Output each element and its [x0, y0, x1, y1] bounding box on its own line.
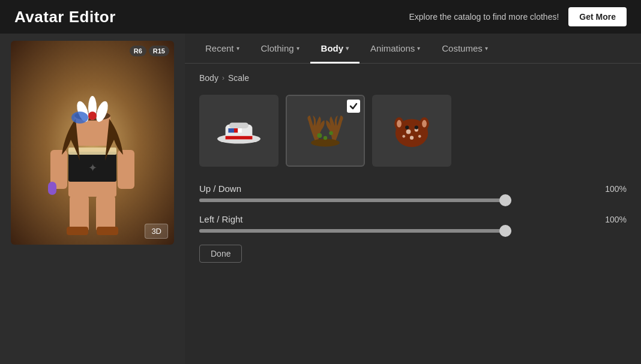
items-grid — [199, 95, 627, 167]
badge-r15: R15 — [149, 46, 169, 56]
svg-rect-5 — [118, 150, 134, 189]
tab-body[interactable]: Body ▾ — [310, 34, 360, 63]
slider-left-right: Left / Right 100% — [199, 214, 627, 233]
svg-rect-11 — [48, 182, 56, 195]
svg-text:✦: ✦ — [88, 162, 97, 174]
svg-rect-22 — [228, 128, 234, 133]
avatar-preview: R6 R15 ✦ — [11, 41, 174, 245]
avatar-badges: R6 R15 — [130, 46, 169, 56]
item-card-antlers[interactable] — [286, 95, 365, 167]
hat-antlers-icon — [301, 110, 349, 152]
tab-costumes[interactable]: Costumes ▾ — [431, 34, 499, 63]
get-more-button[interactable]: Get More — [568, 7, 627, 26]
svg-point-33 — [422, 120, 427, 127]
content-panel: Recent ▾ Clothing ▾ Body ▾ Animations ▾ … — [185, 34, 641, 364]
header-right: Explore the catalog to find more clothes… — [409, 7, 627, 26]
breadcrumb-child: Scale — [228, 73, 249, 83]
item-card-fedora[interactable] — [199, 95, 278, 167]
slider-up-down-track[interactable] — [199, 198, 511, 202]
svg-point-39 — [405, 125, 409, 129]
slider-left-right-label: Left / Right — [199, 214, 243, 224]
tab-bar: Recent ▾ Clothing ▾ Body ▾ Animations ▾ … — [185, 34, 641, 64]
done-button[interactable]: Done — [199, 245, 242, 263]
svg-rect-23 — [234, 128, 238, 133]
chevron-down-icon: ▾ — [417, 45, 420, 52]
header: Avatar Editor Explore the catalog to fin… — [0, 0, 641, 34]
svg-point-25 — [311, 139, 340, 147]
svg-rect-6 — [70, 195, 89, 231]
breadcrumb-separator: › — [222, 74, 224, 82]
svg-point-34 — [406, 130, 411, 134]
slider-up-down: Up / Down 100% — [199, 183, 627, 202]
item-card-deer[interactable] — [372, 95, 451, 167]
badge-r6: R6 — [130, 46, 146, 56]
svg-point-37 — [402, 135, 405, 138]
svg-rect-21 — [226, 136, 253, 140]
svg-point-27 — [329, 131, 333, 135]
slider-up-down-thumb[interactable] — [499, 194, 511, 206]
slider-left-right-label-row: Left / Right 100% — [199, 214, 627, 224]
svg-rect-20 — [229, 122, 248, 128]
chevron-down-icon: ▾ — [346, 45, 349, 52]
tab-clothing[interactable]: Clothing ▾ — [250, 34, 310, 63]
svg-point-26 — [317, 133, 322, 138]
svg-point-32 — [397, 120, 402, 127]
slider-left-right-value: 100% — [605, 215, 627, 224]
avatar-panel: R6 R15 ✦ — [0, 34, 185, 364]
slider-left-right-track[interactable] — [199, 229, 511, 233]
svg-rect-7 — [96, 195, 115, 231]
svg-point-38 — [418, 135, 421, 138]
slider-up-down-fill — [199, 198, 511, 202]
svg-rect-9 — [97, 227, 118, 235]
hat-fedora-icon — [215, 113, 263, 149]
breadcrumb-root: Body — [199, 73, 218, 83]
tab-recent[interactable]: Recent ▾ — [194, 34, 250, 63]
svg-rect-24 — [238, 128, 241, 133]
slider-up-down-label-row: Up / Down 100% — [199, 183, 627, 194]
hat-deer-icon — [391, 110, 433, 152]
chevron-down-icon: ▾ — [485, 45, 488, 52]
svg-point-28 — [324, 136, 327, 140]
tab-animations[interactable]: Animations ▾ — [360, 34, 431, 63]
item-check-antlers — [347, 100, 360, 113]
avatar-figure: ✦ — [11, 41, 174, 245]
breadcrumb: Body › Scale — [199, 73, 627, 83]
svg-point-40 — [415, 125, 418, 129]
chevron-down-icon: ▾ — [296, 45, 299, 52]
slider-left-right-fill — [199, 229, 511, 233]
3d-button[interactable]: 3D — [145, 224, 168, 239]
slider-up-down-value: 100% — [605, 184, 627, 194]
svg-point-17 — [88, 112, 97, 120]
svg-point-16 — [71, 112, 88, 124]
app-title: Avatar Editor — [14, 8, 116, 26]
svg-rect-8 — [67, 227, 88, 235]
slider-up-down-label: Up / Down — [199, 183, 241, 194]
svg-point-36 — [410, 136, 414, 140]
chevron-down-icon: ▾ — [236, 45, 239, 52]
promo-text: Explore the catalog to find more clothes… — [409, 12, 559, 22]
content-area: Body › Scale — [185, 64, 641, 364]
slider-left-right-thumb[interactable] — [499, 225, 511, 237]
main-layout: R6 R15 ✦ — [0, 34, 641, 364]
